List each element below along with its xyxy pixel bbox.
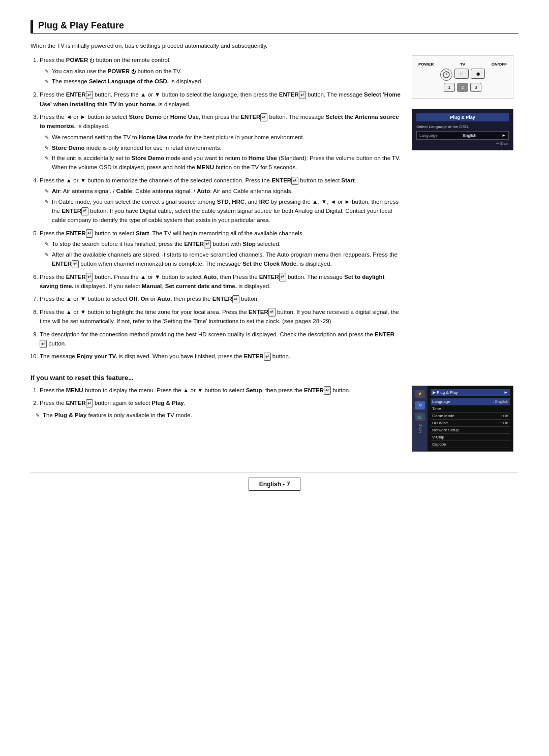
step-5-sub-2: After all the available channels are sto… bbox=[45, 250, 402, 269]
remote-power-btn bbox=[440, 69, 452, 81]
setup-item-caption: Caption bbox=[431, 441, 510, 448]
step-4: Press the ▲ or ▼ button to memorize the … bbox=[40, 176, 402, 225]
step-5-sub-1: To stop the search before it has finishe… bbox=[45, 240, 402, 249]
reset-steps: Press the MENU button to display the men… bbox=[30, 386, 402, 452]
remote-num-2: 2 bbox=[457, 83, 468, 92]
osd-illustration: Plug & Play Select Language of the OSD. … bbox=[412, 109, 513, 150]
footer-badge: English - 7 bbox=[249, 478, 301, 491]
setup-item-vchip: V-Chip bbox=[431, 434, 510, 441]
reset-step-2: Press the ENTER↵ button again to select … bbox=[40, 398, 402, 407]
step-1-sub-2: The message Select Language of the OSD. … bbox=[45, 77, 402, 86]
setup-menu-title: ▶ Plug & Play ► bbox=[431, 389, 510, 396]
step-3: Press the ◄ or ► button to select Store … bbox=[40, 112, 402, 172]
remote-tv-btn: □ bbox=[454, 69, 469, 79]
osd-enter: ↵ Enter bbox=[416, 142, 509, 146]
main-instructions: Press the POWER ⏻ button on the remote c… bbox=[30, 55, 402, 364]
reset-title: If you want to reset this feature... bbox=[30, 374, 518, 382]
remote-onoff-btn: ◉ bbox=[471, 69, 485, 79]
page-title: Plug & Play Feature bbox=[30, 20, 518, 34]
power-label: POWER bbox=[418, 62, 434, 67]
osd-language-row: Language English ► bbox=[416, 131, 509, 140]
reset-step-1: Press the MENU button to display the men… bbox=[40, 386, 402, 395]
setup-icon-1: ⚡ bbox=[415, 390, 425, 398]
setup-item-network: Network Setup bbox=[431, 427, 510, 434]
step-4-sub-1: Air: Air antenna signal. / Cable: Cable … bbox=[45, 187, 402, 196]
setup-item-bdwise: BD Wise : On bbox=[431, 420, 510, 427]
setup-item-language: Language : English bbox=[431, 398, 510, 405]
step-10: The message Enjoy your TV. is displayed.… bbox=[40, 352, 402, 361]
step-1: Press the POWER ⏻ button on the remote c… bbox=[40, 55, 402, 86]
step-1-sub-1: You can also use the POWER ⏻ button on t… bbox=[45, 67, 402, 76]
setup-sidebar-label: Setup bbox=[418, 424, 422, 433]
setup-item-gamemode: Game Mode : Off bbox=[431, 413, 510, 420]
step-4-sub-2: In Cable mode, you can select the correc… bbox=[45, 198, 402, 225]
step-7: Press the ▲ or ▼ button to select Off, O… bbox=[40, 294, 402, 303]
reset-section: If you want to reset this feature... Pre… bbox=[30, 374, 518, 452]
step-3-sub-3: If the unit is accidentally set to Store… bbox=[45, 154, 402, 172]
setup-content: ▶ Plug & Play ► Language : English Time … bbox=[428, 386, 513, 451]
osd-row-value: English bbox=[463, 133, 476, 138]
remote-num-1: 1 bbox=[444, 83, 455, 92]
page-footer: English - 7 bbox=[30, 472, 518, 491]
remote-num-3: 3 bbox=[470, 83, 481, 92]
osd-title: Plug & Play bbox=[416, 113, 509, 121]
setup-menu-illustration: ⚡ ⚙ 📺 Setup ▶ Plug & Play ► Language : E… bbox=[412, 386, 518, 452]
osd-row-arrow: ► bbox=[502, 133, 506, 138]
right-sidebar: POWER TV ON/OFF □ ◉ 1 2 bbox=[412, 55, 518, 364]
osd-label: Select Language of the OSD. bbox=[416, 124, 509, 129]
step-6: Press the ENTER↵ button. Press the ▲ or … bbox=[40, 272, 402, 291]
setup-item-time: Time bbox=[431, 405, 510, 413]
step-9: The description for the connection metho… bbox=[40, 330, 402, 349]
setup-icon-3: 📺 bbox=[415, 413, 425, 421]
step-5: Press the ENTER↵ button to select Start.… bbox=[40, 229, 402, 269]
step-3-sub-1: We recommend setting the TV to Home Use … bbox=[45, 133, 402, 142]
tv-label: TV bbox=[460, 62, 465, 67]
osd-row-label: Language bbox=[419, 133, 438, 138]
steps-list: Press the POWER ⏻ button on the remote c… bbox=[30, 55, 402, 361]
bottom-main: Press the MENU button to display the men… bbox=[30, 386, 518, 452]
setup-screen: ⚡ ⚙ 📺 Setup ▶ Plug & Play ► Language : E… bbox=[412, 386, 513, 452]
reset-steps-list: Press the MENU button to display the men… bbox=[30, 386, 402, 408]
step-8: Press the ▲ or ▼ button to highlight the… bbox=[40, 307, 402, 326]
step-3-sub-2: Store Demo mode is only intended for use… bbox=[45, 144, 402, 153]
remote-illustration: POWER TV ON/OFF □ ◉ 1 2 bbox=[412, 55, 513, 99]
onoff-label: ON/OFF bbox=[492, 62, 507, 67]
step-2: Press the ENTER↵ button. Press the ▲ or … bbox=[40, 90, 402, 109]
reset-note: The Plug & Play feature is only availabl… bbox=[36, 411, 402, 420]
setup-sidebar: ⚡ ⚙ 📺 Setup bbox=[412, 386, 428, 451]
setup-icon-active: ⚙ bbox=[415, 401, 425, 410]
intro-text: When the TV is initially powered on, bas… bbox=[30, 42, 518, 50]
